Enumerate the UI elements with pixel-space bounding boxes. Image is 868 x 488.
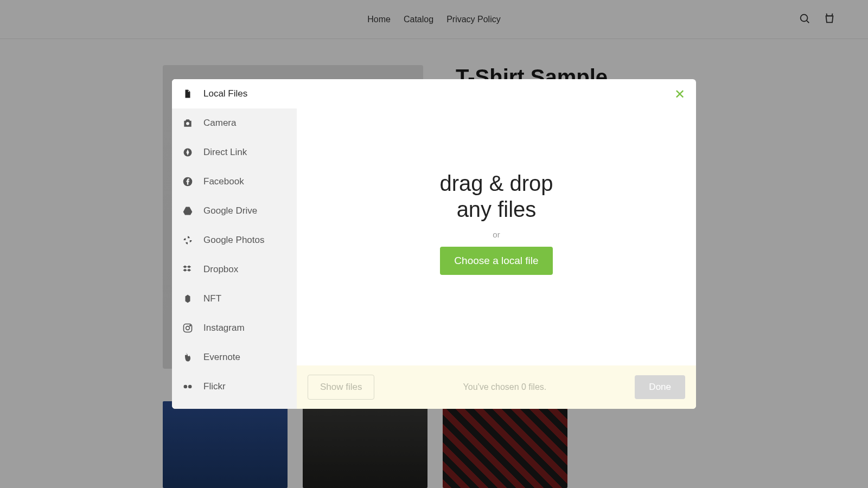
source-label: NFT: [203, 293, 221, 304]
link-icon: [182, 146, 194, 158]
source-label: Instagram: [203, 323, 245, 333]
source-label: Dropbox: [203, 264, 238, 275]
dropbox-icon: [182, 264, 194, 275]
source-label: Google Drive: [203, 206, 257, 216]
upload-sources-sidebar: Local FilesCameraDirect LinkFacebookGoog…: [172, 79, 297, 409]
source-google-drive[interactable]: Google Drive: [172, 196, 297, 226]
source-local-files[interactable]: Local Files: [172, 79, 297, 108]
svg-point-8: [184, 385, 188, 389]
show-files-button[interactable]: Show files: [308, 375, 374, 400]
drop-zone[interactable]: drag & drop any files or Choose a local …: [297, 79, 696, 365]
source-label: Evernote: [203, 352, 240, 363]
source-evernote[interactable]: Evernote: [172, 343, 297, 372]
gdrive-icon: [182, 205, 194, 217]
source-dropbox[interactable]: Dropbox: [172, 255, 297, 284]
source-google-photos[interactable]: Google Photos: [172, 226, 297, 255]
source-label: Flickr: [203, 381, 226, 392]
source-camera[interactable]: Camera: [172, 108, 297, 138]
source-label: Facebook: [203, 176, 244, 187]
svg-point-2: [186, 122, 189, 125]
drop-heading: drag & drop any files: [439, 170, 553, 222]
file-icon: [182, 88, 194, 100]
modal-overlay: ✕ Local FilesCameraDirect LinkFacebookGo…: [0, 0, 868, 488]
file-count-status: You've chosen 0 files.: [463, 382, 547, 392]
source-label: Direct Link: [203, 147, 247, 158]
or-text: or: [493, 230, 500, 239]
source-label: Local Files: [203, 88, 247, 99]
svg-point-7: [190, 325, 191, 326]
upload-main-panel: drag & drop any files or Choose a local …: [297, 79, 696, 409]
flickr-icon: [182, 381, 194, 393]
done-button[interactable]: Done: [635, 375, 685, 399]
source-direct-link[interactable]: Direct Link: [172, 138, 297, 167]
source-nft[interactable]: NFT: [172, 284, 297, 313]
choose-file-button[interactable]: Choose a local file: [440, 247, 552, 275]
upload-footer: Show files You've chosen 0 files. Done: [297, 365, 696, 409]
facebook-icon: [182, 176, 194, 188]
svg-point-6: [186, 326, 190, 330]
gphotos-icon: [182, 234, 194, 246]
instagram-icon: [182, 322, 194, 334]
source-flickr[interactable]: Flickr: [172, 372, 297, 401]
svg-point-9: [188, 385, 192, 389]
source-instagram[interactable]: Instagram: [172, 313, 297, 343]
file-upload-modal: ✕ Local FilesCameraDirect LinkFacebookGo…: [172, 79, 696, 409]
source-facebook[interactable]: Facebook: [172, 167, 297, 196]
source-label: Google Photos: [203, 235, 264, 246]
evernote-icon: [182, 351, 194, 363]
nft-icon: [182, 293, 194, 305]
source-label: Camera: [203, 118, 236, 129]
camera-icon: [182, 117, 194, 129]
